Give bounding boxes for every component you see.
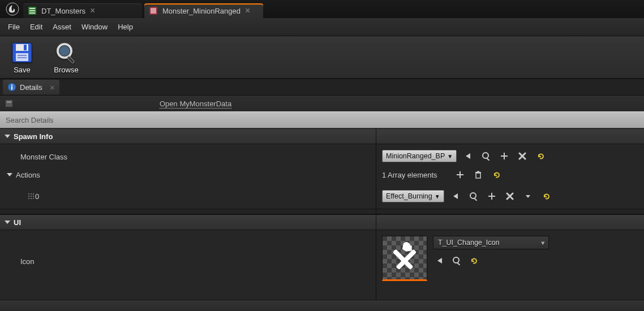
svg-rect-9 (24, 45, 27, 50)
svg-rect-26 (457, 174, 463, 175)
use-selected-arrow-icon[interactable] (449, 189, 462, 203)
svg-point-21 (483, 153, 488, 158)
browse-button-label: Browse (54, 66, 78, 74)
icon-thumbnail[interactable] (382, 236, 427, 281)
browse-asset-icon[interactable] (479, 149, 493, 163)
monster-class-picker[interactable]: MinionRanged_BP ▼ (382, 150, 457, 162)
array-clear-icon[interactable] (471, 168, 485, 182)
document-tab-monster-minionranged[interactable]: Monster_MinionRanged × (144, 3, 263, 18)
icon-asset-picker[interactable]: T_UI_Change_Icon (433, 236, 549, 249)
class-defaults-icon[interactable] (5, 99, 14, 108)
row-monster-class: Monster Class (0, 144, 376, 166)
svg-rect-17 (11, 87, 12, 90)
action-0-picker[interactable]: Effect_Burning ▼ (382, 190, 444, 202)
menu-bar: File Edit Asset Window Help (0, 18, 644, 36)
browse-asset-icon[interactable] (467, 189, 480, 203)
browse-asset-icon[interactable] (450, 254, 463, 267)
magnifier-icon (54, 41, 78, 64)
property-label-actions: Actions (16, 171, 40, 179)
browse-button[interactable]: Browse (50, 41, 83, 74)
category-label: UI (14, 218, 21, 227)
details-body: Spawn Info Monster Class Actions 0 UI Ic… (0, 128, 644, 300)
menu-file[interactable]: File (8, 23, 20, 31)
svg-point-36 (453, 257, 459, 263)
reset-to-default-icon[interactable] (539, 189, 553, 203)
category-ui-spacer (376, 214, 644, 230)
svg-rect-27 (476, 173, 480, 178)
monster-class-value: MinionRanged_BP (386, 152, 445, 160)
row-action-0: 0 (0, 184, 376, 209)
value-row-monster-class: MinionRanged_BP ▼ (376, 144, 644, 166)
expand-caret-icon (5, 221, 10, 224)
bottom-strip (0, 300, 644, 311)
action-0-value: Effect_Burning (386, 192, 432, 200)
svg-point-0 (6, 3, 19, 15)
svg-rect-28 (475, 172, 481, 173)
document-tab-dt-monsters[interactable]: DT_Monsters × (23, 3, 142, 18)
value-row-icon: T_UI_Change_Icon (376, 230, 644, 287)
menu-help[interactable]: Help (118, 23, 133, 31)
clear-icon[interactable] (516, 149, 529, 163)
svg-rect-3 (29, 10, 35, 11)
value-row-actions: 1 Array elements (376, 166, 644, 184)
icon-asset-value: T_UI_Change_Icon (438, 239, 499, 247)
svg-rect-37 (457, 262, 461, 265)
expand-caret-icon (5, 135, 10, 138)
add-icon[interactable] (485, 189, 499, 203)
svg-rect-20 (7, 101, 11, 103)
svg-rect-19 (6, 100, 12, 107)
category-spawn-info[interactable]: Spawn Info (0, 128, 376, 144)
svg-rect-2 (29, 8, 35, 9)
tab-close-icon[interactable]: × (90, 7, 95, 14)
crossed-tools-icon (388, 241, 422, 275)
menu-window[interactable]: Window (81, 23, 108, 31)
datatable-icon (28, 6, 37, 15)
engine-logo-icon (4, 1, 21, 18)
svg-rect-31 (474, 198, 477, 201)
class-defaults-row: Open MyMonsterData (0, 96, 644, 111)
floppy-icon (10, 41, 34, 64)
menu-asset[interactable]: Asset (53, 23, 71, 31)
search-details-input[interactable]: Search Details (0, 111, 644, 128)
reset-to-default-icon[interactable] (467, 254, 480, 267)
save-button-label: Save (14, 66, 31, 74)
clear-icon[interactable] (503, 189, 517, 203)
document-tab-label: Monster_MinionRanged (162, 7, 241, 15)
category-label: Spawn Info (14, 132, 53, 141)
svg-rect-12 (18, 57, 27, 58)
use-selected-arrow-icon[interactable] (433, 254, 446, 267)
property-label-monster-class: Monster Class (6, 153, 67, 161)
reset-to-default-icon[interactable] (534, 149, 547, 163)
panel-tab-label: Details (20, 83, 42, 92)
row-icon: Icon (0, 230, 376, 292)
info-icon (7, 83, 16, 92)
main-toolbar: Save Browse (0, 36, 644, 79)
reset-to-default-icon[interactable] (490, 168, 503, 182)
add-icon[interactable] (497, 149, 511, 163)
svg-rect-22 (487, 158, 490, 161)
expand-caret-icon (7, 173, 12, 176)
drag-handle-icon[interactable] (28, 193, 29, 199)
property-label-icon: Icon (6, 257, 35, 266)
menu-edit[interactable]: Edit (30, 23, 42, 31)
dropdown-caret-icon: ▼ (435, 193, 440, 200)
svg-rect-6 (151, 8, 156, 14)
use-selected-arrow-icon[interactable] (461, 149, 475, 163)
panel-tab-details[interactable]: Details × (3, 80, 59, 94)
svg-point-30 (470, 193, 476, 198)
category-ui[interactable]: UI (0, 214, 376, 230)
svg-point-14 (59, 46, 70, 56)
array-add-icon[interactable] (453, 168, 467, 182)
row-actions[interactable]: Actions (0, 166, 376, 184)
open-parent-link[interactable]: Open MyMonsterData (160, 100, 231, 108)
element-options-caret-icon[interactable] (521, 189, 535, 203)
tab-close-icon[interactable]: × (245, 7, 250, 14)
svg-rect-29 (477, 171, 479, 172)
svg-rect-18 (11, 85, 12, 86)
actions-array-count: 1 Array elements (382, 171, 449, 179)
dataasset-icon (149, 6, 158, 15)
save-button[interactable]: Save (6, 41, 38, 74)
dropdown-caret-icon: ▼ (447, 153, 453, 159)
svg-rect-24 (501, 156, 508, 157)
panel-close-icon[interactable]: × (50, 83, 55, 92)
